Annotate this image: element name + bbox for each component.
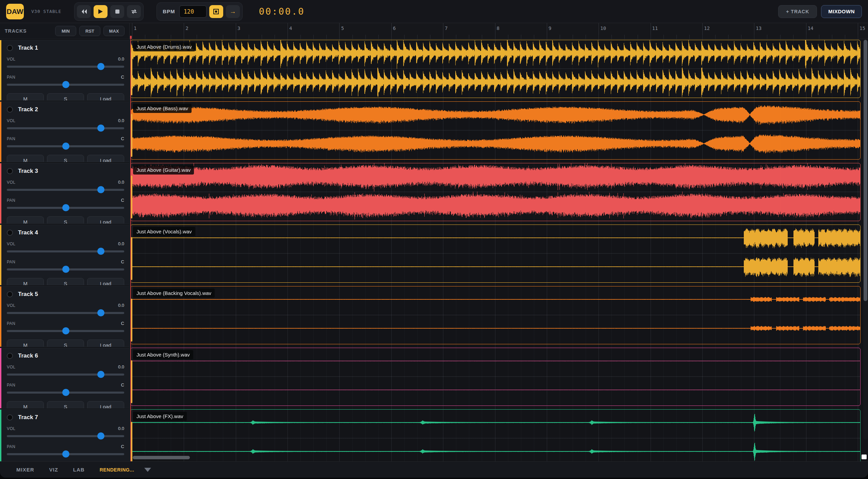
resize-handle[interactable] xyxy=(862,455,867,459)
solo-button[interactable]: S xyxy=(47,93,84,101)
metronome-button[interactable] xyxy=(209,5,223,18)
slider-thumb[interactable] xyxy=(97,248,104,255)
solo-button[interactable]: S xyxy=(47,340,84,347)
slider-thumb[interactable] xyxy=(62,450,69,458)
mute-button[interactable]: M xyxy=(7,278,44,285)
slider-thumb[interactable] xyxy=(97,371,104,378)
stop-button[interactable] xyxy=(110,5,124,18)
volume-slider[interactable] xyxy=(7,432,124,440)
audio-clip[interactable]: Just Above (Backing Vocals).wav xyxy=(130,286,861,344)
audio-clip[interactable]: Just Above (FX).wav xyxy=(130,409,861,461)
mute-button[interactable]: M xyxy=(7,401,44,409)
track-panel: Track 7VOL0.0PANCMSLoad xyxy=(0,409,130,461)
load-button[interactable]: Load xyxy=(87,155,124,162)
tap-tempo-button[interactable]: → xyxy=(226,5,240,18)
waveform-canvas xyxy=(131,410,861,461)
beat-tick xyxy=(586,35,586,39)
volume-slider[interactable] xyxy=(7,371,124,378)
volume-slider[interactable] xyxy=(7,248,124,255)
track-panel-list: Track 1VOL0.0PANCMSLoadTrack 2VOL0.0PANC… xyxy=(0,39,129,461)
slider-thumb[interactable] xyxy=(62,81,69,88)
stop-icon xyxy=(115,10,119,14)
volume-value: 0.0 xyxy=(118,426,124,431)
slider-thumb[interactable] xyxy=(97,309,104,316)
record-arm-button[interactable] xyxy=(7,230,13,236)
track-name: Track 7 xyxy=(18,414,38,421)
playhead-line xyxy=(130,39,131,461)
solo-button[interactable]: S xyxy=(47,401,84,409)
tracks-rst-button[interactable]: RST xyxy=(79,26,100,36)
solo-button[interactable]: S xyxy=(47,155,84,162)
clip-name-label: Just Above (Drums).wav xyxy=(133,42,195,51)
bpm-input[interactable] xyxy=(179,5,207,18)
solo-button[interactable]: S xyxy=(47,278,84,285)
tracks-min-button[interactable]: MIN xyxy=(55,26,76,36)
record-arm-button[interactable] xyxy=(7,414,13,420)
volume-slider[interactable] xyxy=(7,63,124,70)
beat-tick xyxy=(521,35,521,39)
load-button[interactable]: Load xyxy=(87,278,124,285)
timeline-ruler[interactable]: 123456789101112131415 xyxy=(130,23,868,39)
pan-slider[interactable] xyxy=(7,389,124,396)
slider-thumb[interactable] xyxy=(62,143,69,150)
mute-button[interactable]: M xyxy=(7,155,44,162)
solo-button[interactable]: S xyxy=(47,216,84,224)
pan-slider[interactable] xyxy=(7,204,124,211)
record-arm-button[interactable] xyxy=(7,291,13,297)
record-arm-button[interactable] xyxy=(7,353,13,359)
audio-clip[interactable]: Just Above (Synth).wav xyxy=(130,348,861,406)
mixdown-button[interactable]: MIXDOWN xyxy=(821,5,862,18)
track-name: Track 6 xyxy=(18,352,38,359)
slider-thumb[interactable] xyxy=(62,204,69,211)
slider-thumb[interactable] xyxy=(97,125,104,132)
pan-slider[interactable] xyxy=(7,81,124,88)
load-button[interactable]: Load xyxy=(87,340,124,347)
mute-button[interactable]: M xyxy=(7,340,44,347)
beat-tick xyxy=(378,35,379,39)
beat-tick xyxy=(353,35,353,39)
audio-clip[interactable]: Just Above (Bass).wav xyxy=(130,101,861,160)
bar-line xyxy=(184,23,184,39)
load-button[interactable]: Load xyxy=(87,401,124,409)
loop-button[interactable] xyxy=(127,5,141,18)
beat-tick xyxy=(599,35,599,39)
play-button[interactable] xyxy=(94,5,108,18)
pan-slider[interactable] xyxy=(7,450,124,458)
vertical-scrollbar-thumb[interactable] xyxy=(864,40,867,301)
slider-thumb[interactable] xyxy=(62,266,69,273)
slider-thumb[interactable] xyxy=(97,186,104,193)
load-button[interactable]: Load xyxy=(87,216,124,224)
slider-thumb[interactable] xyxy=(97,63,104,70)
pan-slider[interactable] xyxy=(7,327,124,334)
audio-clip[interactable]: Just Above (Vocals).wav xyxy=(130,225,861,283)
load-button[interactable]: Load xyxy=(87,93,124,101)
slider-thumb[interactable] xyxy=(97,432,104,440)
record-arm-button[interactable] xyxy=(7,106,13,113)
rewind-button[interactable] xyxy=(77,5,91,18)
volume-slider[interactable] xyxy=(7,309,124,316)
mute-button[interactable]: M xyxy=(7,93,44,101)
record-arm-button[interactable] xyxy=(7,45,13,51)
pan-slider[interactable] xyxy=(7,143,124,150)
collapse-panel-icon[interactable] xyxy=(144,468,151,472)
audio-clip[interactable]: Just Above (Drums).wav xyxy=(130,40,861,98)
track-title-row: Track 6 xyxy=(7,352,124,359)
tracks-max-button[interactable]: MAX xyxy=(103,26,125,36)
tab-lab[interactable]: LAB xyxy=(73,467,85,473)
volume-slider[interactable] xyxy=(7,186,124,193)
audio-clip[interactable]: Just Above (Guitar).wav xyxy=(130,163,861,221)
tab-viz[interactable]: VIZ xyxy=(49,467,58,473)
slider-thumb[interactable] xyxy=(62,389,69,396)
slider-thumb[interactable] xyxy=(62,327,69,334)
pan-slider[interactable] xyxy=(7,266,124,273)
track-color-stripe xyxy=(0,410,1,461)
beat-tick xyxy=(482,35,482,39)
bar-number: 1 xyxy=(134,26,136,31)
mute-button[interactable]: M xyxy=(7,216,44,224)
pan-value: C xyxy=(121,136,124,141)
bar-line xyxy=(339,23,340,39)
add-track-button[interactable]: + TRACK xyxy=(778,5,817,18)
tab-mixer[interactable]: MIXER xyxy=(16,467,34,473)
record-arm-button[interactable] xyxy=(7,168,13,174)
volume-slider[interactable] xyxy=(7,125,124,132)
